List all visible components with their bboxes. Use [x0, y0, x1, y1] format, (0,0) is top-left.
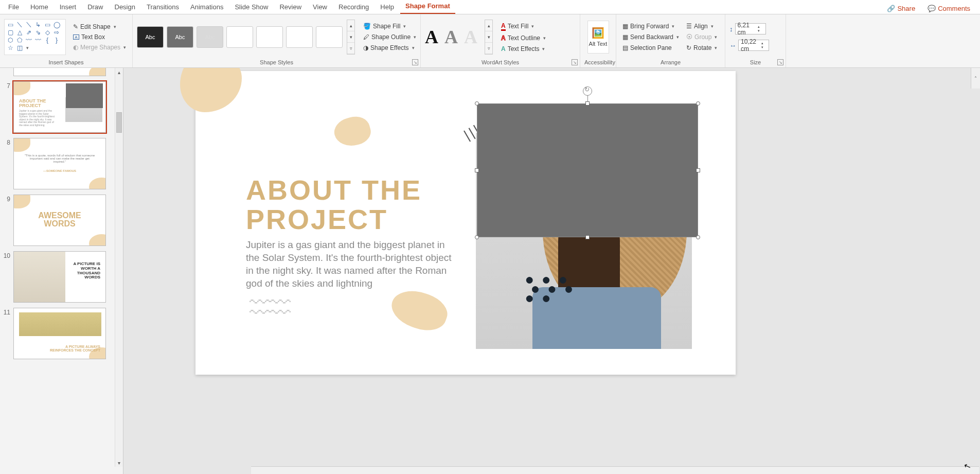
tab-review[interactable]: Review	[274, 1, 307, 14]
brace-r-icon[interactable]: }	[52, 36, 61, 44]
comments-button[interactable]: 💬 Comments	[925, 3, 973, 14]
curve-shape-icon[interactable]: 〰	[24, 36, 33, 44]
tab-draw[interactable]: Draw	[82, 1, 108, 14]
tab-animations[interactable]: Animations	[185, 1, 228, 14]
selection-pane-button[interactable]: ▤Selection Pane	[620, 43, 681, 52]
style-thumb-7[interactable]: Abc	[316, 26, 343, 48]
slide-thumb-9[interactable]: AWESOMEWORDS	[13, 195, 106, 246]
edit-shape-button[interactable]: ✎ Edit Shape▾	[71, 22, 128, 31]
brace-l-icon[interactable]: {	[43, 36, 52, 44]
scroll-down-icon[interactable]: ▾	[115, 459, 123, 467]
slide-thumb-prev[interactable]	[13, 68, 106, 76]
thumbnails-scrollbar[interactable]: ▴ ▾	[115, 68, 123, 467]
roundrect-shape-icon[interactable]: ▢	[6, 28, 15, 36]
thumb10-l4: WORDS	[84, 275, 100, 279]
tab-recording[interactable]: Recording	[333, 1, 374, 14]
tab-help[interactable]: Help	[375, 1, 399, 14]
share-button[interactable]: 🔗 Share	[884, 3, 918, 14]
bring-forward-button[interactable]: ▦Bring Forward▾	[620, 22, 681, 31]
tab-slideshow[interactable]: Slide Show	[229, 1, 273, 14]
resize-handle-n[interactable]	[585, 101, 590, 106]
shape-width-input[interactable]: 10,22 cm ▴▾	[738, 40, 769, 51]
style-thumb-4[interactable]: Abc	[226, 26, 253, 48]
shape-style-gallery[interactable]: Abc Abc Abc Abc Abc Abc Abc ▴▾▿	[137, 20, 355, 55]
resize-handle-e[interactable]	[696, 168, 700, 172]
pent-shape-icon[interactable]: ⬠	[15, 36, 24, 44]
wordart-thumb-3[interactable]: A	[464, 26, 477, 48]
tab-file[interactable]: File	[3, 1, 24, 14]
tab-insert[interactable]: Insert	[55, 1, 82, 14]
wordart-launcher[interactable]: ↘	[572, 59, 578, 65]
style-thumb-5[interactable]: Abc	[256, 26, 283, 48]
rotate-button[interactable]: ↻Rotate▾	[684, 43, 719, 52]
rect-shape-icon[interactable]: ▭	[43, 21, 52, 28]
resize-handle-s[interactable]	[585, 235, 590, 239]
wordart-thumb-2[interactable]: A	[444, 26, 458, 48]
hex-shape-icon[interactable]: ⬡	[6, 36, 15, 44]
slide-canvas[interactable]: ||| || 〰〰〰〰 ABOUT THE PROJECT Jupiter is…	[195, 71, 736, 375]
scroll-up-icon[interactable]: ▴	[115, 68, 123, 76]
slide-body-text[interactable]: Jupiter is a gas giant and the biggest p…	[246, 238, 457, 290]
tab-view[interactable]: View	[308, 1, 332, 14]
diamond-shape-icon[interactable]: ◇	[43, 28, 52, 36]
style-thumb-2[interactable]: Abc	[167, 26, 193, 48]
slide-editor[interactable]: ||| || 〰〰〰〰 ABOUT THE PROJECT Jupiter is…	[123, 68, 980, 474]
slide-thumb-7[interactable]: ABOUT THEPROJECT Jupiter is a gas giant …	[13, 81, 106, 133]
resize-handle-ne[interactable]	[696, 101, 700, 106]
slide-thumbnails-panel[interactable]: 7 ABOUT THEPROJECT Jupiter is a gas gian…	[0, 68, 123, 474]
tab-home[interactable]: Home	[25, 1, 54, 14]
tab-transitions[interactable]: Transitions	[141, 1, 184, 14]
style-thumb-3[interactable]: Abc	[197, 26, 223, 48]
text-fill-button[interactable]: A Text Fill▾	[499, 21, 548, 32]
rotate-handle[interactable]	[583, 86, 592, 96]
style-gallery-scroll[interactable]: ▴▾▿	[347, 20, 355, 55]
selected-rectangle-shape[interactable]	[477, 103, 698, 237]
slide-thumb-10[interactable]: A PICTURE IS WORTH A THOUSAND WORDS	[13, 251, 106, 303]
size-launcher[interactable]: ↘	[777, 59, 783, 65]
shape-height-input[interactable]: 6,21 cm ▴▾	[735, 23, 766, 34]
slide-thumb-11[interactable]: A PICTURE ALWAYS REINFORCES THE CONCEPT	[13, 308, 106, 359]
style-thumb-6[interactable]: Abc	[286, 26, 313, 48]
slide-thumb-8[interactable]: "This is a quote, words full of wisdom t…	[13, 138, 106, 189]
align-button[interactable]: ☰Align▾	[684, 22, 719, 31]
collapse-ribbon-button[interactable]: ˄	[971, 68, 980, 89]
scroll-handle[interactable]	[116, 112, 122, 133]
text-outline-button[interactable]: A Text Outline▾	[499, 33, 548, 43]
oval-shape-icon[interactable]: ◯	[52, 21, 61, 28]
shapes-more-icon[interactable]: ▾	[24, 44, 30, 51]
arrow-shape-icon[interactable]: ⇗	[24, 28, 33, 36]
slide-title[interactable]: ABOUT THE PROJECT	[246, 175, 452, 234]
wordart-gallery[interactable]: A A A ▴▾▿	[425, 20, 493, 55]
send-backward-button[interactable]: ▦Send Backward▾	[620, 32, 681, 42]
triangle-shape-icon[interactable]: △	[15, 28, 24, 36]
shape-effects-button[interactable]: ◑ Shape Effects▾	[361, 43, 418, 52]
curve2-shape-icon[interactable]: 〰	[33, 36, 43, 44]
thumb8-author: —SOMEONE FAMOUS	[14, 169, 105, 172]
connector-shape-icon[interactable]: ↳	[33, 21, 43, 28]
star-shape-icon[interactable]: ☆	[6, 44, 15, 51]
shape-styles-launcher[interactable]: ↘	[412, 59, 418, 65]
line2-shape-icon[interactable]: ＼	[24, 21, 33, 28]
alt-text-button[interactable]: 🖼️ Alt Text	[587, 21, 609, 54]
shape-fill-button[interactable]: 🪣 Shape Fill▾	[361, 22, 418, 31]
resize-handle-se[interactable]	[696, 235, 700, 239]
resize-handle-w[interactable]	[475, 168, 479, 172]
wordart-thumb-1[interactable]: A	[425, 26, 438, 48]
resize-handle-nw[interactable]	[475, 101, 479, 106]
text-effects-button[interactable]: A Text Effects▾	[499, 44, 548, 54]
deco-dots: ● ● ● ● ● ●● ●	[525, 275, 575, 303]
style-thumb-1[interactable]: Abc	[137, 26, 164, 48]
arrow2-shape-icon[interactable]: ⇘	[33, 28, 43, 36]
line-shape-icon[interactable]: ＼	[15, 21, 24, 28]
shapes-gallery[interactable]: ▭ ＼ ＼ ↳ ▭ ◯ ▢ △ ⇗ ⇘ ◇ ⇨ ⬡ ⬠ 〰 〰 { } ☆ ◫	[4, 19, 66, 55]
tab-shape-format[interactable]: Shape Format	[400, 0, 455, 14]
wordart-gallery-scroll[interactable]: ▴▾▿	[485, 20, 493, 55]
arrowr-shape-icon[interactable]: ⇨	[52, 28, 61, 36]
text-box-button[interactable]: A Text Box	[71, 32, 128, 42]
textbox-shape-icon[interactable]: ▭	[6, 21, 15, 28]
horizontal-scrollbar[interactable]	[251, 466, 979, 474]
shape-outline-button[interactable]: 🖊 Shape Outline▾	[361, 32, 418, 42]
resize-handle-sw[interactable]	[475, 235, 479, 239]
callout-shape-icon[interactable]: ◫	[15, 44, 24, 51]
tab-design[interactable]: Design	[110, 1, 140, 14]
